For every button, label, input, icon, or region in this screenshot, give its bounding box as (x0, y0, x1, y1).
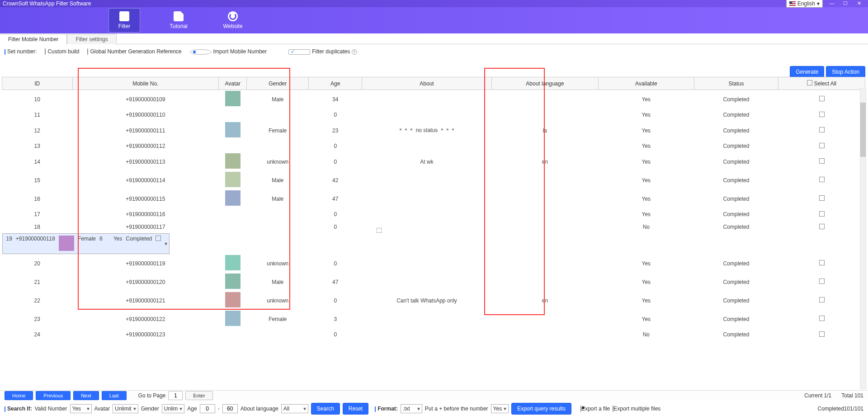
previous-button[interactable]: Previous (36, 391, 71, 400)
cell-mobile: +919000000117 (72, 221, 219, 233)
search-button[interactable]: Search (311, 403, 340, 415)
cell-id: 13 (2, 140, 73, 152)
table-row[interactable]: 22+919000000121unknown0Can't talk WhatsA… (2, 291, 865, 310)
check-filter-duplicates[interactable]: Filter duplicates ? (288, 48, 357, 55)
avatar-select[interactable]: Unlimit (113, 404, 138, 413)
table-row[interactable]: 20+919000000119unknown0YesCompleted (2, 254, 865, 273)
cell-select[interactable] (778, 140, 865, 152)
cell-select[interactable] (778, 208, 865, 221)
minimize-button[interactable]: — (826, 0, 838, 7)
plus-select[interactable]: Yes (491, 404, 509, 413)
avatar-icon (225, 153, 241, 169)
col-select-all[interactable]: Select All (778, 77, 865, 90)
cell-mobile: +919000000120 (72, 273, 219, 291)
cell-gender: Male (247, 189, 309, 208)
radio-import-mobile[interactable]: Import Mobile Number (190, 48, 267, 55)
cell-gender: Male (247, 273, 309, 291)
format-select[interactable]: .txt (401, 404, 422, 413)
radio-global-ref[interactable]: Global Number Generation Reference (87, 48, 181, 55)
cell-select[interactable] (154, 235, 163, 253)
cell-select[interactable] (778, 189, 865, 208)
generate-button[interactable]: Generate (790, 66, 824, 78)
page-input[interactable] (168, 391, 183, 400)
nav-tutorial[interactable]: Tutorial (163, 8, 194, 33)
col-avatar[interactable]: Avatar (219, 77, 247, 90)
valid-select[interactable]: Yes (70, 404, 92, 413)
next-button[interactable]: Next (73, 391, 99, 400)
cell-gender: unknown (247, 152, 309, 171)
cell-select[interactable] (778, 109, 865, 121)
cell-select[interactable] (778, 310, 865, 328)
radio-export-multi[interactable]: Export multiple files (613, 406, 660, 412)
age-min-input[interactable] (200, 404, 215, 413)
cell-available: Yes (599, 273, 694, 291)
table-row[interactable]: 10+919000000109Male34YesCompleted (2, 90, 865, 109)
tab-filter-mobile[interactable]: Filter Mobile Number (0, 34, 67, 44)
col-age[interactable]: Age (309, 77, 362, 90)
aboutlang-select[interactable]: All (281, 404, 308, 413)
cell-available: Yes (599, 310, 694, 328)
table-row[interactable]: 19+919000000118Female8YesCompleted (2, 233, 170, 254)
cell-select[interactable] (778, 171, 865, 189)
nav-filter[interactable]: Filter (108, 8, 140, 33)
col-gender[interactable]: Gender (247, 77, 309, 90)
export-results-button[interactable]: Export query results (511, 403, 571, 415)
col-mobile[interactable]: Mobile No. (72, 77, 219, 90)
age-max-input[interactable] (222, 404, 238, 413)
cell-status: Completed (694, 152, 778, 171)
cell-select[interactable] (778, 90, 865, 109)
cell-select[interactable] (778, 273, 865, 291)
language-selector[interactable]: English ▾ (786, 0, 823, 8)
table-scrollbar[interactable] (860, 89, 866, 389)
cell-age: 0 (309, 221, 362, 233)
table-row[interactable]: 18+9190000001170NoCompleted (2, 221, 865, 233)
cell-aboutlang (491, 310, 598, 328)
language-label: English (797, 0, 815, 7)
cell-id: 11 (2, 109, 73, 121)
cell-select[interactable] (778, 291, 865, 310)
gender-label: Gender (141, 406, 159, 412)
cell-available: Yes (599, 208, 694, 221)
age-label: Age (187, 406, 197, 412)
table-row[interactable]: 14+919000000113unknown0At wkenYesComplet… (2, 152, 865, 171)
cell-aboutlang (491, 273, 598, 291)
col-available[interactable]: Available (599, 77, 694, 90)
help-icon[interactable]: ? (352, 49, 357, 55)
table-row[interactable]: 23+919000000122Female3YesCompleted (2, 310, 865, 328)
table-row[interactable]: 17+9190000001160YesCompleted (2, 208, 865, 221)
cell-mobile: +919000000118 (14, 235, 57, 253)
col-id[interactable]: ID (2, 77, 73, 90)
table-row[interactable]: 12+919000000111Female23＊＊＊ no status ＊＊＊… (2, 121, 865, 140)
cell-id: 19 (5, 235, 14, 253)
radio-custom-build[interactable]: Custom build (45, 48, 79, 55)
radio-export-file[interactable]: Export a file (580, 406, 610, 412)
gender-select[interactable]: Unlim (162, 404, 185, 413)
table-row[interactable]: 24+9190000001230NoCompleted (2, 328, 865, 341)
cell-aboutlang (491, 189, 598, 208)
cell-id: 18 (2, 221, 73, 233)
last-button[interactable]: Last (102, 391, 127, 400)
maximize-button[interactable]: ☐ (839, 0, 852, 7)
cell-select[interactable] (778, 121, 865, 140)
table-row[interactable]: 13+9190000001120YesCompleted (2, 140, 865, 152)
tab-filter-settings[interactable]: Filter settings (67, 34, 116, 44)
nav-website[interactable]: Website (217, 8, 249, 33)
table-row[interactable]: 21+919000000120Male47YesCompleted (2, 273, 865, 291)
table-row[interactable]: 16+919000000115Male47YesCompleted (2, 189, 865, 208)
home-button[interactable]: Home (5, 391, 33, 400)
col-status[interactable]: Status (694, 77, 778, 90)
reset-button[interactable]: Reset (343, 403, 368, 415)
table-row[interactable]: 15+919000000114Male42YesCompleted (2, 171, 865, 189)
cell-select[interactable] (778, 328, 865, 341)
enter-button[interactable]: Enter (185, 391, 212, 400)
col-about[interactable]: About (362, 77, 491, 90)
cell-select[interactable] (778, 221, 865, 233)
close-button[interactable]: ✕ (853, 0, 865, 7)
col-about-lang[interactable]: About language (491, 77, 598, 90)
stop-action-button[interactable]: Stop Action (826, 66, 865, 78)
cell-select[interactable] (778, 254, 865, 273)
table-row[interactable]: 11+9190000001100YesCompleted (2, 109, 865, 121)
current-page-label: Current 1/1 (804, 392, 831, 399)
cell-select[interactable] (778, 152, 865, 171)
document-icon (174, 11, 184, 21)
